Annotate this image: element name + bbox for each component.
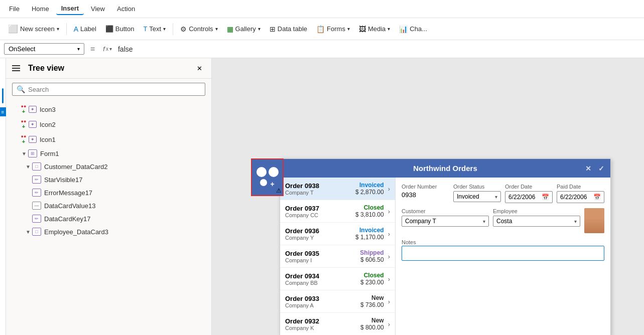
tree-item-icon2[interactable]: ●● + ✦ Icon2 [6, 117, 211, 132]
order-row-0933[interactable]: Order 0933 Company A New $ 736.00 › [280, 290, 395, 313]
search-input[interactable] [28, 86, 201, 93]
menu-file[interactable]: File [4, 3, 25, 15]
tree-item-errormessage17[interactable]: ✏ ErrorMessage17 [6, 186, 211, 199]
order-date-input[interactable]: 6/22/2006 📅 [505, 191, 553, 203]
order-status-0934: Closed [360, 272, 384, 279]
customer-datacard2-label: Customer_DataCard2 [44, 163, 107, 171]
media-dropdown-icon: ▾ [388, 26, 390, 32]
customer-dropdown-arrow: ▾ [483, 219, 485, 224]
notes-input[interactable] [402, 246, 604, 261]
label-button[interactable]: A Label [70, 23, 100, 35]
tree-item-datacardvalue13[interactable]: — DataCardValue13 [6, 199, 211, 212]
selected-icon-box[interactable]: + ⚠ [251, 158, 284, 196]
order-company-0935: Company I [285, 257, 360, 263]
person-circle-2 [269, 167, 279, 177]
text-dropdown-icon: ▾ [163, 26, 166, 32]
order-row-0932[interactable]: Order 0932 Company K New $ 800.00 › [280, 313, 395, 335]
order-date-label: Order Date [505, 184, 553, 190]
order-number-value: 0938 [402, 191, 449, 199]
paid-date-value: 6/22/2006 [560, 194, 587, 201]
paid-date-label: Paid Date [557, 184, 604, 190]
detail-customer: Customer Company T ▾ [402, 208, 489, 233]
employee-select[interactable]: Costa ▾ [493, 216, 580, 227]
paid-date-input[interactable]: 6/22/2006 📅 [557, 191, 604, 203]
menu-insert[interactable]: Insert [56, 3, 84, 15]
northwind-close-button[interactable]: ✕ [583, 163, 593, 174]
controls-icon: ⚙ [180, 25, 187, 33]
icon2-label: Icon2 [40, 121, 56, 128]
hamburger-button[interactable] [12, 63, 22, 73]
errormessage17-type-icon: ✏ [32, 189, 41, 197]
order-row-0935[interactable]: Order 0935 Company I Shipped $ 606.50 › [280, 245, 395, 268]
controls-button[interactable]: ⚙ Controls ▾ [176, 23, 221, 35]
order-row-0937[interactable]: Order 0937 Company CC Closed $ 3,810.00 … [280, 200, 395, 223]
order-amount-0938: $ 2,870.00 [355, 189, 384, 196]
panel-title: Tree view [28, 64, 193, 73]
media-button[interactable]: 🖼 Media ▾ [355, 23, 394, 35]
order-arrow-0936: › [388, 230, 390, 238]
order-amount-0934: $ 230.00 [360, 279, 384, 286]
panel-close-button[interactable]: ✕ [193, 62, 205, 74]
gallery-button[interactable]: ▦ Gallery ▾ [223, 23, 265, 35]
tree-item-datacardkey17[interactable]: ✏ DataCardKey17 [6, 212, 211, 225]
order-status-0933: New [360, 294, 384, 301]
order-row-0938[interactable]: Order 0938 Company T Invoiced $ 2,870.00… [280, 178, 395, 200]
order-num-0938: Order 0938 [285, 182, 355, 190]
text-button[interactable]: T Text ▾ [139, 23, 170, 35]
order-status-0935: Shipped [360, 249, 383, 256]
tree-view: ●● + ✦ Icon3 ●● + ✦ Icon2 ●● [6, 100, 211, 335]
main-area: ≡ Tree view ✕ 🔍 ●● + [0, 58, 644, 335]
formula-select[interactable]: OnSelect ▾ [4, 43, 84, 55]
order-arrow-0932: › [388, 320, 390, 328]
gallery-dropdown-icon: ▾ [258, 26, 261, 32]
tree-item-form1[interactable]: ▼ ⊞ Form1 [6, 147, 211, 160]
order-row-0934[interactable]: Order 0934 Company BB Closed $ 230.00 › [280, 268, 395, 290]
formula-select-arrow: ▾ [77, 46, 80, 52]
new-screen-icon: ⬜ [8, 24, 18, 34]
forms-button[interactable]: 📋 Forms ▾ [312, 23, 354, 35]
form1-type-icon: ⊞ [28, 149, 37, 157]
label-icon: A [74, 25, 78, 33]
order-amount-0935: $ 606.50 [360, 256, 383, 263]
employee-datacard3-label: Employee_DataCard3 [44, 228, 108, 236]
order-status-dropdown-arrow: ▾ [495, 194, 497, 200]
separator-1 [66, 23, 67, 35]
search-box: 🔍 [12, 83, 205, 96]
charts-icon: 📊 [399, 25, 408, 33]
person-circle-3 [260, 179, 267, 186]
tree-item-starvisible17[interactable]: ✏ StarVisible17 [6, 173, 211, 186]
order-num-0937: Order 0937 [285, 205, 355, 212]
menu-view[interactable]: View [86, 3, 110, 15]
charts-button[interactable]: 📊 Cha... [395, 23, 431, 35]
icon3-type-icon: ✦ [29, 106, 37, 113]
menu-action[interactable]: Action [112, 3, 140, 15]
button-button[interactable]: ⬛ Button [101, 23, 139, 35]
menu-home[interactable]: Home [27, 3, 54, 15]
new-screen-button[interactable]: ⬜ New screen ▾ [4, 22, 63, 36]
order-amount-0932: $ 800.00 [360, 324, 384, 331]
order-status-0936: Invoiced [355, 227, 384, 234]
datacardkey17-label: DataCardKey17 [44, 215, 91, 223]
northwind-check-button[interactable]: ✓ [596, 163, 606, 174]
nav-tab-1 [2, 88, 4, 103]
tree-item-icon1[interactable]: ●● + ✦ Icon1 [6, 132, 211, 147]
order-arrow-0933: › [388, 298, 390, 305]
tree-item-employee-datacard3[interactable]: ▼ □ Employee_DataCard3 [6, 225, 211, 238]
person-circle-1 [256, 167, 267, 177]
order-status-0938: Invoiced [355, 182, 384, 189]
warning-icon: ⚠ [276, 187, 282, 194]
separator-2 [173, 23, 173, 35]
data-table-button[interactable]: ⊞ Data table [266, 23, 311, 35]
northwind-panel: Northwind Orders ✕ ✓ Order 0938 Company … [280, 158, 611, 335]
datacardvalue13-label: DataCardValue13 [44, 202, 95, 210]
employee-label: Employee [493, 208, 580, 214]
customer-select[interactable]: Company T ▾ [402, 216, 489, 227]
menu-bar: File Home Insert View Action [0, 0, 644, 18]
order-status-select[interactable]: Invoiced ▾ [453, 191, 501, 202]
tree-item-icon3[interactable]: ●● + ✦ Icon3 [6, 102, 211, 117]
order-row-0936[interactable]: Order 0936 Company Y Invoiced $ 1,170.00… [280, 223, 395, 245]
northwind-body: Order 0938 Company T Invoiced $ 2,870.00… [280, 178, 610, 335]
formula-input[interactable] [118, 45, 640, 53]
formula-fx[interactable]: fx ▾ [101, 45, 114, 53]
tree-item-customer-datacard2[interactable]: ▼ □ Customer_DataCard2 [6, 160, 211, 173]
